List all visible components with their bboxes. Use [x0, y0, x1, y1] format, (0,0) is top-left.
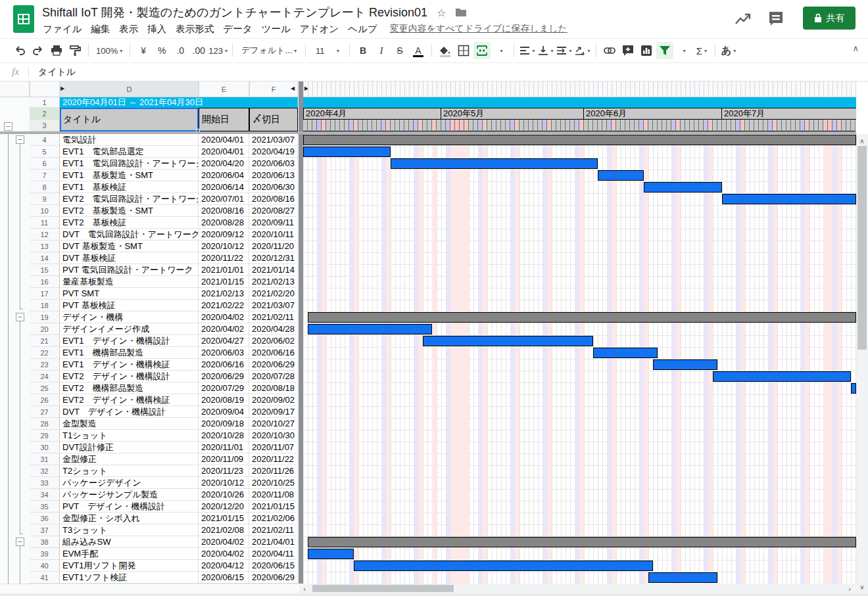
day-header-cell[interactable]	[372, 120, 377, 131]
row-header-11[interactable]: 11	[30, 217, 60, 229]
move-folder-icon[interactable]	[455, 8, 467, 17]
row-header-34[interactable]: 34	[30, 489, 60, 501]
day-header-cell[interactable]	[644, 120, 648, 131]
cell-start-row35[interactable]: 2020/12/20	[199, 501, 249, 513]
day-header-cell[interactable]	[653, 120, 658, 131]
day-header-cell[interactable]	[658, 120, 662, 131]
day-header-cell[interactable]	[322, 120, 326, 131]
cell-title-row12[interactable]: DVT 電気回路設計・アートワーク	[60, 229, 199, 241]
day-header-cell[interactable]	[612, 120, 616, 131]
cell-end-row23[interactable]: 2020/06/29	[249, 359, 298, 371]
day-header-cell[interactable]	[469, 120, 473, 131]
row-header-35[interactable]: 35	[30, 501, 60, 513]
sparkline-stats-icon[interactable]	[733, 10, 753, 28]
redo-button[interactable]	[30, 42, 47, 59]
cell-start-row14[interactable]: 2020/11/22	[199, 252, 249, 264]
gantt-task-bar-row5[interactable]	[303, 147, 391, 157]
cell-start-row17[interactable]: 2021/02/13	[199, 288, 249, 300]
row-header-24[interactable]: 24	[30, 371, 60, 382]
day-header-cell[interactable]	[335, 120, 340, 131]
cell-start-row37[interactable]: 2021/02/08	[199, 524, 249, 536]
cell-end-row10[interactable]: 2020/08/27	[249, 205, 298, 217]
cell-end-row6[interactable]: 2020/06/03	[249, 158, 298, 170]
row-header-40[interactable]: 40	[30, 560, 60, 572]
group-collapse-2[interactable]: −	[16, 313, 24, 321]
cell-start-row23[interactable]: 2020/06/16	[199, 359, 249, 371]
day-header-cell[interactable]	[345, 120, 349, 131]
month-header-1[interactable]: 2020年4月	[303, 108, 441, 120]
frozen-column-divider[interactable]	[299, 81, 303, 584]
day-header-cell[interactable]	[570, 120, 575, 131]
cell-end-row25[interactable]: 2020/08/18	[249, 382, 298, 394]
day-header-cell[interactable]	[851, 120, 856, 131]
day-header-cell[interactable]	[593, 120, 598, 131]
cell-end-row19[interactable]: 2021/02/11	[249, 311, 298, 323]
day-header-cell[interactable]	[340, 120, 345, 131]
row-header-5[interactable]: 5	[30, 146, 60, 158]
cell-end-row15[interactable]: 2021/01/14	[249, 264, 298, 276]
day-header-cell[interactable]	[750, 120, 754, 131]
cell-end-row22[interactable]: 2020/06/16	[249, 347, 298, 359]
day-header-cell[interactable]	[303, 120, 308, 131]
menu-1[interactable]: ファイル	[38, 22, 86, 36]
cell-end-row8[interactable]: 2020/06/30	[249, 181, 298, 193]
cell-title-row29[interactable]: T1ショット	[60, 430, 199, 442]
cell-end-row21[interactable]: 2020/06/02	[249, 335, 298, 347]
day-header-cell[interactable]	[584, 120, 589, 131]
day-header-cell[interactable]	[368, 120, 372, 131]
cell-end-row14[interactable]: 2020/12/31	[249, 252, 298, 264]
day-header-cell[interactable]	[704, 120, 708, 131]
day-header-cell[interactable]	[542, 120, 547, 131]
zoom-select[interactable]: 100%▾	[93, 42, 125, 59]
row-header-29[interactable]: 29	[30, 430, 60, 442]
day-header-cell[interactable]	[690, 120, 694, 131]
cell-title-row18[interactable]: PVT 基板検証	[60, 300, 199, 311]
cell-title-row14[interactable]: DVT 基板検証	[60, 252, 199, 264]
day-header-cell[interactable]	[506, 120, 510, 131]
cell-title-row9[interactable]: EVT2 電気回路設計・アートワーク	[60, 193, 199, 205]
cell-start-row6[interactable]: 2020/04/20	[199, 158, 249, 170]
row-header-30[interactable]: 30	[30, 442, 60, 453]
row-header-10[interactable]: 10	[30, 205, 60, 217]
day-header-cell[interactable]	[312, 120, 317, 131]
more-formats-button[interactable]: 123▾	[208, 42, 228, 59]
collapsed-columns-left-icon[interactable]: ▶	[60, 85, 64, 91]
scroll-right-icon[interactable]: ›	[844, 584, 855, 593]
day-header-cell[interactable]	[681, 120, 685, 131]
gantt-task-bar-row22[interactable]	[593, 348, 658, 358]
cell-title-row36[interactable]: 金型修正・シボ入れ	[60, 513, 199, 524]
cell-start-row7[interactable]: 2020/06/04	[199, 170, 249, 181]
star-icon[interactable]: ☆	[437, 7, 446, 19]
row-header-21[interactable]: 21	[30, 335, 60, 347]
row-header-17[interactable]: 17	[30, 288, 60, 300]
day-header-cell[interactable]	[832, 120, 837, 131]
cell-start-row34[interactable]: 2020/10/26	[199, 489, 249, 501]
cell-end-row29[interactable]: 2020/10/30	[249, 430, 298, 442]
day-header-cell[interactable]	[713, 120, 717, 131]
day-header-cell[interactable]	[308, 120, 312, 131]
cell-end-row35[interactable]: 2021/01/15	[249, 501, 298, 513]
cell-end-row38[interactable]: 2021/04/01	[249, 536, 298, 548]
cell-start-row25[interactable]: 2020/07/29	[199, 382, 249, 394]
cell-end-row13[interactable]: 2020/11/20	[249, 241, 298, 252]
day-header-cell[interactable]	[377, 120, 381, 131]
gantt-summary-bar-row4[interactable]	[303, 135, 856, 145]
day-header-cell[interactable]	[464, 120, 469, 131]
row-header-8[interactable]: 8	[30, 181, 60, 193]
day-header-cell[interactable]	[616, 120, 621, 131]
day-header-cell[interactable]	[598, 120, 602, 131]
gantt-task-bar-row41[interactable]	[648, 572, 717, 583]
row-header-3[interactable]: 3	[30, 120, 60, 131]
row-header-2[interactable]: 2	[30, 108, 60, 120]
day-header-cell[interactable]	[363, 120, 368, 131]
cell-start-row27[interactable]: 2020/09/04	[199, 406, 249, 418]
day-header-cell[interactable]	[492, 120, 496, 131]
gantt-task-bar-row8[interactable]	[644, 182, 722, 193]
row-header-4[interactable]: 4	[30, 134, 60, 146]
row-header-12[interactable]: 12	[30, 229, 60, 241]
cell-end-row17[interactable]: 2021/02/20	[249, 288, 298, 300]
cell-title-row21[interactable]: EVT1 デザイン・機構設計	[60, 335, 199, 347]
day-header-cell[interactable]	[837, 120, 842, 131]
day-header-cell[interactable]	[796, 120, 800, 131]
day-header-cell[interactable]	[773, 120, 777, 131]
